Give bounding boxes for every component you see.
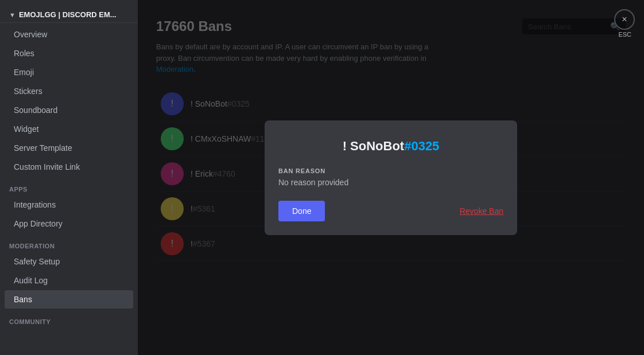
section-label-moderation: MODERATION	[0, 233, 138, 252]
nav-item-roles[interactable]: Roles	[5, 44, 133, 63]
nav-item-bans[interactable]: Bans	[5, 290, 133, 309]
esc-label: ESC	[618, 31, 631, 38]
sidebar: ▼ EMOJLGG | DISCORD EM... Overview Roles…	[0, 0, 138, 355]
close-button[interactable]: ×	[614, 9, 635, 30]
section-label-community: COMMUNITY	[0, 309, 138, 327]
nav-item-custom-invite-link[interactable]: Custom Invite Link	[5, 158, 133, 176]
modal-discriminator: #0325	[404, 139, 439, 153]
done-button[interactable]: Done	[278, 201, 325, 221]
server-icon: ▼	[9, 11, 15, 18]
nav-item-soundboard[interactable]: Soundboard	[5, 101, 133, 119]
nav-item-app-directory[interactable]: App Directory	[5, 214, 133, 233]
modal-title: ! SoNoBot#0325	[278, 139, 503, 154]
modal-username: ! SoNoBot	[343, 139, 405, 153]
section-label-apps: APPS	[0, 177, 138, 195]
nav-item-server-template[interactable]: Server Template	[5, 139, 133, 157]
nav-item-stickers[interactable]: Stickers	[5, 82, 133, 100]
nav-item-overview[interactable]: Overview	[5, 25, 133, 44]
server-name-header: ▼ EMOJLGG | DISCORD EM...	[0, 5, 138, 23]
nav-item-emoji[interactable]: Emoji	[5, 63, 133, 81]
nav-item-widget[interactable]: Widget	[5, 120, 133, 138]
ban-reason-text: No reason provided	[278, 178, 503, 187]
ban-reason-label: BAN REASON	[278, 167, 503, 174]
ban-detail-modal: ! SoNoBot#0325 BAN REASON No reason prov…	[265, 120, 517, 235]
nav-item-integrations[interactable]: Integrations	[5, 196, 133, 214]
modal-actions: Done Revoke Ban	[278, 201, 503, 221]
main-content: 17660 Bans Bans by default are by accoun…	[138, 0, 644, 355]
modal-overlay: ! SoNoBot#0325 BAN REASON No reason prov…	[138, 0, 644, 355]
nav-item-safety-setup[interactable]: Safety Setup	[5, 252, 133, 271]
nav-item-audit-log[interactable]: Audit Log	[5, 271, 133, 290]
revoke-ban-button[interactable]: Revoke Ban	[460, 206, 503, 216]
server-name-label: EMOJLGG | DISCORD EM...	[19, 10, 117, 19]
